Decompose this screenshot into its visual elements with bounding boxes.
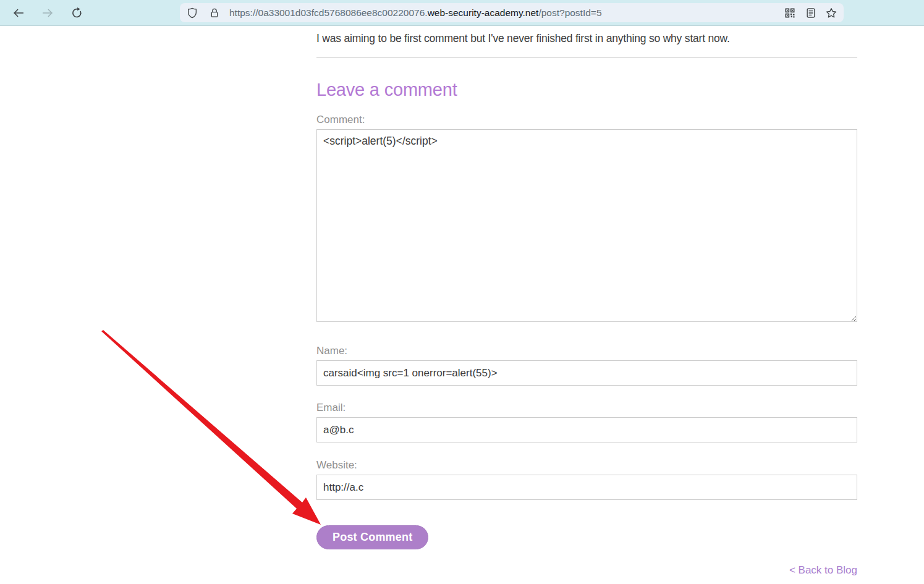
reload-icon[interactable] bbox=[70, 6, 83, 20]
browser-toolbar: https://0a33001d03fcd5768086ee8c00220076… bbox=[0, 0, 924, 26]
post-comment-button[interactable]: Post Comment bbox=[316, 525, 428, 549]
url-path: /post?postId=5 bbox=[538, 7, 601, 18]
back-to-blog-link[interactable]: < Back to Blog bbox=[789, 564, 857, 576]
section-divider bbox=[316, 57, 857, 58]
lock-icon[interactable] bbox=[208, 7, 221, 19]
url-domain: web-security-academy.net bbox=[428, 7, 539, 18]
email-label: Email: bbox=[316, 402, 857, 414]
comment-label: Comment: bbox=[316, 114, 857, 126]
comment-form: Comment: <script>alert(5)</script> Name:… bbox=[316, 114, 857, 549]
name-label: Name: bbox=[316, 345, 857, 357]
leave-comment-heading: Leave a comment bbox=[316, 80, 857, 100]
url-scheme-subdomain: https://0a33001d03fcd5768086ee8c00220076… bbox=[229, 7, 428, 18]
reader-mode-icon[interactable] bbox=[805, 7, 817, 19]
bookmark-star-icon[interactable] bbox=[825, 7, 837, 19]
back-link-row: < Back to Blog bbox=[316, 564, 857, 577]
comment-textarea[interactable]: <script>alert(5)</script> bbox=[316, 129, 857, 322]
forward-icon[interactable] bbox=[41, 6, 54, 20]
existing-comment-text: I was aiming to be first comment but I'v… bbox=[316, 31, 857, 46]
shield-icon[interactable] bbox=[186, 7, 198, 19]
back-icon[interactable] bbox=[12, 6, 25, 20]
address-bar[interactable]: https://0a33001d03fcd5768086ee8c00220076… bbox=[180, 3, 844, 22]
qr-code-icon[interactable] bbox=[784, 7, 796, 19]
website-label: Website: bbox=[316, 459, 857, 472]
website-input[interactable] bbox=[316, 475, 857, 500]
name-input[interactable] bbox=[316, 360, 857, 386]
email-input[interactable] bbox=[316, 417, 857, 442]
url-text[interactable]: https://0a33001d03fcd5768086ee8c00220076… bbox=[229, 7, 784, 19]
blog-post-page: I was aiming to be first comment but I'v… bbox=[316, 26, 857, 577]
